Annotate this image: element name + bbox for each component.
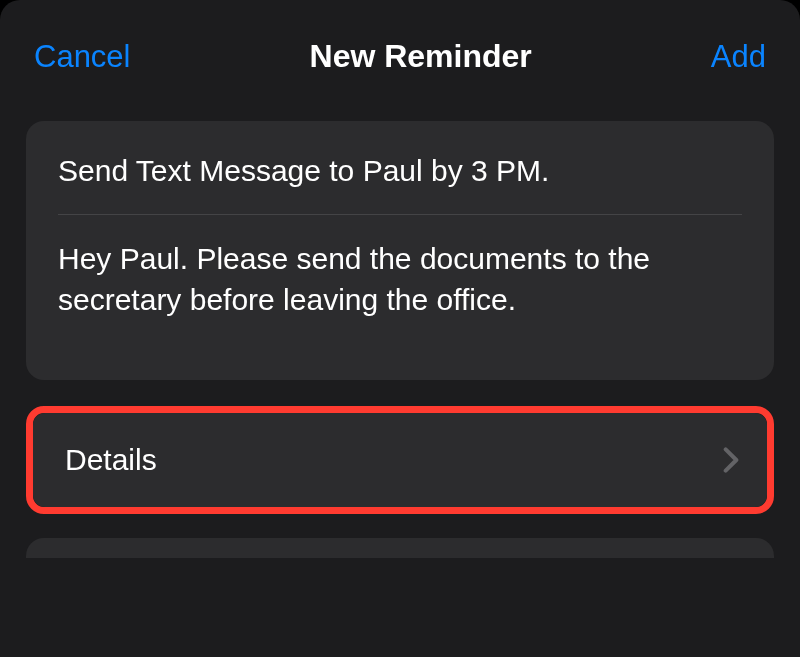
details-label: Details	[65, 443, 157, 477]
page-title: New Reminder	[310, 38, 532, 75]
details-button[interactable]: Details	[33, 413, 767, 507]
next-card-peek	[26, 538, 774, 558]
chevron-right-icon	[723, 446, 739, 474]
content-area: Send Text Message to Paul by 3 PM. Hey P…	[0, 101, 800, 534]
reminder-card: Send Text Message to Paul by 3 PM. Hey P…	[26, 121, 774, 380]
new-reminder-sheet: Cancel New Reminder Add Send Text Messag…	[0, 0, 800, 657]
reminder-title-input[interactable]: Send Text Message to Paul by 3 PM.	[58, 151, 742, 215]
header: Cancel New Reminder Add	[0, 0, 800, 101]
details-highlight: Details	[26, 406, 774, 514]
cancel-button[interactable]: Cancel	[34, 39, 131, 75]
add-button[interactable]: Add	[711, 39, 766, 75]
reminder-notes-input[interactable]: Hey Paul. Please send the documents to t…	[58, 215, 742, 320]
